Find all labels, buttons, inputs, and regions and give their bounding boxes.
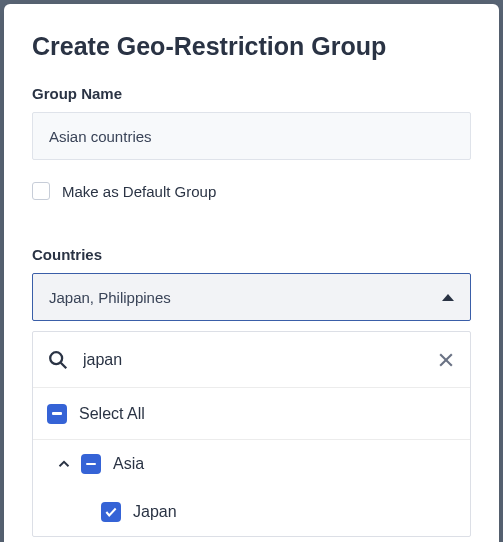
clear-icon[interactable] [436, 350, 456, 370]
svg-point-0 [50, 352, 62, 364]
region-label: Asia [113, 455, 144, 473]
select-all-label: Select All [79, 405, 145, 423]
indeterminate-icon [52, 412, 62, 415]
dropdown-search-input[interactable] [83, 351, 436, 369]
dropdown-search-row [33, 332, 470, 388]
dialog-title: Create Geo-Restriction Group [32, 32, 471, 61]
default-group-checkbox-row[interactable]: Make as Default Group [32, 182, 471, 200]
indeterminate-icon [86, 463, 96, 466]
region-checkbox-indeterminate[interactable] [81, 454, 101, 474]
caret-up-icon [442, 294, 454, 301]
country-row-japan[interactable]: Japan [33, 488, 470, 536]
search-icon [47, 349, 69, 371]
select-all-checkbox-indeterminate[interactable] [47, 404, 67, 424]
countries-select[interactable]: Japan, Philippines [32, 273, 471, 321]
countries-selected-value: Japan, Philippines [49, 289, 171, 306]
create-geo-restriction-dialog: Create Geo-Restriction Group Group Name … [4, 4, 499, 542]
default-group-checkbox[interactable] [32, 182, 50, 200]
select-all-row[interactable]: Select All [33, 388, 470, 440]
svg-line-1 [61, 362, 67, 368]
group-name-input[interactable] [32, 112, 471, 160]
chevron-up-icon[interactable] [55, 455, 73, 473]
countries-dropdown: Select All Asia Japan [32, 331, 471, 537]
group-name-label: Group Name [32, 85, 471, 102]
country-checkbox-checked[interactable] [101, 502, 121, 522]
region-row-asia[interactable]: Asia [33, 440, 470, 488]
check-icon [104, 505, 118, 519]
country-label: Japan [133, 503, 177, 521]
default-group-label: Make as Default Group [62, 183, 216, 200]
countries-label: Countries [32, 246, 471, 263]
